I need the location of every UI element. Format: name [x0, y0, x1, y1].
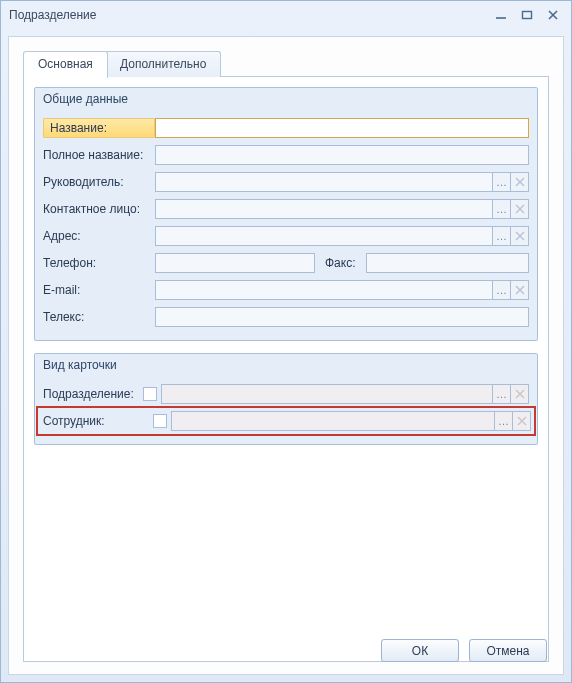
- clear-address-button[interactable]: [511, 226, 529, 246]
- clear-email-button[interactable]: [511, 280, 529, 300]
- group-common-data: Общие данные Название: Полное название:: [34, 87, 538, 341]
- clear-head-button[interactable]: [511, 172, 529, 192]
- label-phone: Телефон:: [43, 256, 155, 270]
- tabs: Основная Дополнительно: [23, 51, 549, 77]
- row-employee-highlighted: Сотрудник: …: [39, 409, 533, 433]
- clear-icon: [515, 231, 525, 241]
- input-telex[interactable]: [155, 307, 529, 327]
- lookup-head-button[interactable]: …: [493, 172, 511, 192]
- clear-icon: [515, 204, 525, 214]
- clear-icon: [517, 416, 527, 426]
- ellipsis-icon: …: [496, 388, 507, 400]
- lookup-department-button[interactable]: …: [493, 384, 511, 404]
- label-telex: Телекс:: [43, 310, 155, 324]
- clear-icon: [515, 389, 525, 399]
- svg-rect-1: [523, 12, 532, 19]
- label-name: Название:: [43, 118, 155, 138]
- lookup-email-button[interactable]: …: [493, 280, 511, 300]
- ellipsis-icon: …: [498, 415, 509, 427]
- close-button[interactable]: [543, 7, 563, 23]
- clear-contact-button[interactable]: [511, 199, 529, 219]
- input-fax[interactable]: [366, 253, 529, 273]
- tab-main[interactable]: Основная: [23, 51, 108, 78]
- window-root: Подразделение Основная Дополнительно Общ…: [0, 0, 572, 683]
- window-title: Подразделение: [9, 8, 485, 22]
- group-card-view: Вид карточки Подразделение: …: [34, 353, 538, 445]
- label-address: Адрес:: [43, 229, 155, 243]
- ellipsis-icon: …: [496, 284, 507, 296]
- input-employee[interactable]: [171, 411, 495, 431]
- label-fullname: Полное название:: [43, 148, 155, 162]
- dialog-footer: ОК Отмена: [381, 639, 547, 662]
- tab-extra[interactable]: Дополнительно: [105, 51, 221, 77]
- label-department: Подразделение:: [43, 387, 143, 401]
- label-contact: Контактное лицо:: [43, 202, 155, 216]
- input-email[interactable]: [155, 280, 493, 300]
- clear-department-button[interactable]: [511, 384, 529, 404]
- titlebar: Подразделение: [1, 1, 571, 29]
- input-head[interactable]: [155, 172, 493, 192]
- group-card-title: Вид карточки: [35, 354, 537, 378]
- lookup-contact-button[interactable]: …: [493, 199, 511, 219]
- ellipsis-icon: …: [496, 176, 507, 188]
- ellipsis-icon: …: [496, 203, 507, 215]
- label-head: Руководитель:: [43, 175, 155, 189]
- cancel-button[interactable]: Отмена: [469, 639, 547, 662]
- label-employee: Сотрудник:: [43, 414, 153, 428]
- label-email: E-mail:: [43, 283, 155, 297]
- minimize-button[interactable]: [491, 7, 511, 23]
- input-fullname[interactable]: [155, 145, 529, 165]
- checkbox-employee[interactable]: [153, 414, 167, 428]
- lookup-employee-button[interactable]: …: [495, 411, 513, 431]
- clear-employee-button[interactable]: [513, 411, 531, 431]
- clear-icon: [515, 177, 525, 187]
- group-common-title: Общие данные: [35, 88, 537, 112]
- ellipsis-icon: …: [496, 230, 507, 242]
- input-address[interactable]: [155, 226, 493, 246]
- client-area: Основная Дополнительно Общие данные Назв…: [8, 36, 564, 675]
- ok-button[interactable]: ОК: [381, 639, 459, 662]
- maximize-button[interactable]: [517, 7, 537, 23]
- tab-panel-main: Общие данные Название: Полное название:: [23, 77, 549, 662]
- checkbox-department[interactable]: [143, 387, 157, 401]
- label-fax: Факс:: [315, 256, 366, 270]
- input-department[interactable]: [161, 384, 493, 404]
- input-phone[interactable]: [155, 253, 315, 273]
- lookup-address-button[interactable]: …: [493, 226, 511, 246]
- input-name[interactable]: [155, 118, 529, 138]
- input-contact[interactable]: [155, 199, 493, 219]
- clear-icon: [515, 285, 525, 295]
